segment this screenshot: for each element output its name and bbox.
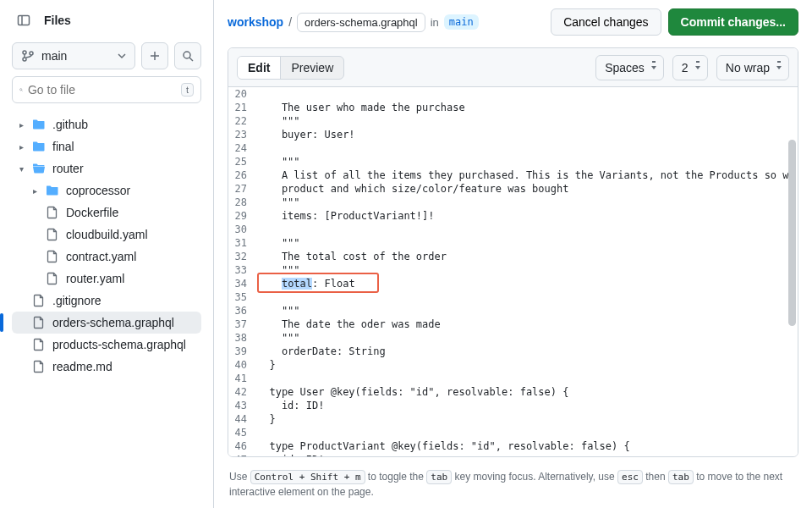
branch-icon [21, 49, 35, 63]
file-cloudbuild-yaml[interactable]: cloudbuild.yaml [12, 224, 201, 246]
chevron-icon: ▸ [15, 142, 27, 152]
code-line[interactable]: 21 The user who made the purchase [228, 101, 798, 114]
folder-final[interactable]: ▸final [12, 135, 201, 157]
folder-router[interactable]: ▾router [12, 157, 201, 179]
branch-badge: main [444, 14, 479, 30]
folder-icon [32, 118, 46, 131]
tab-preview[interactable]: Preview [281, 57, 343, 79]
line-number: 22 [228, 114, 257, 128]
kbd-hint: tab [426, 470, 452, 484]
tree-item-label: final [52, 140, 74, 153]
code-line[interactable]: 44 } [228, 412, 798, 426]
line-number: 31 [228, 236, 257, 250]
code-line[interactable]: 46 type ProductVariant @key(fields: "id"… [228, 439, 798, 453]
wrap-mode-select[interactable]: No wrap [716, 55, 789, 80]
kbd-hint: esc [617, 470, 643, 484]
code-text: product and which size/color/feature was… [257, 182, 798, 196]
indent-mode-select[interactable]: Spaces [595, 55, 664, 80]
file-icon [32, 338, 46, 351]
file-search-input[interactable]: t [12, 76, 201, 103]
code-text: """ [257, 304, 798, 318]
code-line[interactable]: 28 """ [228, 196, 798, 209]
file-router-yaml[interactable]: router.yaml [12, 268, 201, 290]
tree-item-label: .github [52, 118, 88, 131]
chevron-icon: ▸ [29, 186, 41, 196]
code-line[interactable]: 29 items: [ProductVariant!]! [228, 209, 798, 223]
code-line[interactable]: 27 product and which size/color/feature … [228, 182, 798, 196]
code-line[interactable]: 40 } [228, 358, 798, 372]
line-number: 26 [228, 168, 257, 182]
file-products-schema-graphql[interactable]: products-schema.graphql [12, 334, 201, 356]
code-text: } [257, 358, 798, 372]
code-line[interactable]: 47 id: ID! [228, 453, 798, 456]
line-number: 35 [228, 290, 257, 304]
code-text [257, 223, 798, 236]
code-line[interactable]: 45 [228, 426, 798, 439]
code-line[interactable]: 39 orderDate: String [228, 345, 798, 358]
collapse-sidebar-button[interactable] [12, 8, 36, 32]
line-number: 28 [228, 196, 257, 209]
file-dockerfile[interactable]: Dockerfile [12, 202, 201, 224]
code-text [257, 290, 798, 304]
folder-icon [32, 140, 46, 153]
file--gitignore[interactable]: .gitignore [12, 290, 201, 312]
line-number: 20 [228, 87, 257, 101]
code-line[interactable]: 20 [228, 87, 798, 101]
folder--github[interactable]: ▸.github [12, 113, 201, 135]
svg-line-8 [189, 58, 193, 61]
code-line[interactable]: 22 """ [228, 114, 798, 128]
svg-point-9 [20, 89, 22, 91]
svg-point-3 [23, 58, 26, 61]
indent-size-select[interactable]: 2 [672, 55, 708, 80]
code-text: """ [257, 114, 798, 128]
line-number: 43 [228, 399, 257, 412]
scrollbar[interactable] [788, 140, 796, 448]
code-text: type ProductVariant @key(fields: "id", r… [257, 439, 798, 453]
file-contract-yaml[interactable]: contract.yaml [12, 246, 201, 268]
code-text [257, 141, 798, 155]
search-field[interactable] [28, 83, 176, 97]
sidebar-icon [17, 14, 30, 27]
code-line[interactable]: 26 A list of all the items they purchase… [228, 168, 798, 182]
code-line[interactable]: 31 """ [228, 236, 798, 250]
code-line[interactable]: 33 """ [228, 263, 798, 277]
code-line[interactable]: 23 buyer: User! [228, 128, 798, 141]
code-line[interactable]: 30 [228, 223, 798, 236]
edit-preview-tabs: Edit Preview [237, 56, 344, 80]
file-readme-md[interactable]: readme.md [12, 356, 201, 378]
add-file-button[interactable] [141, 42, 168, 69]
keyboard-hint: Use Control + Shift + m to toggle the ta… [228, 466, 798, 509]
chevron-icon: ▸ [15, 120, 27, 130]
code-text: The total cost of the order [257, 250, 798, 263]
code-editor[interactable]: 2021 The user who made the purchase22 ""… [228, 87, 798, 456]
cancel-button[interactable]: Cancel changes [551, 8, 661, 36]
search-button[interactable] [174, 42, 201, 69]
code-line[interactable]: 43 id: ID! [228, 399, 798, 412]
file-icon [46, 250, 59, 263]
svg-point-4 [30, 52, 33, 55]
code-line[interactable]: 41 [228, 372, 798, 385]
commit-button[interactable]: Commit changes... [668, 8, 798, 36]
line-number: 23 [228, 128, 257, 141]
code-line[interactable]: 35 [228, 290, 798, 304]
code-line[interactable]: 37 The date the oder was made [228, 318, 798, 331]
file-icon [46, 272, 59, 285]
code-line[interactable]: 34 total: Float [228, 277, 798, 290]
tree-item-label: products-schema.graphql [52, 338, 186, 351]
file-orders-schema-graphql[interactable]: orders-schema.graphql [12, 312, 201, 334]
code-text: The date the oder was made [257, 318, 798, 331]
code-line[interactable]: 42 type User @key(fields: "id", resolvab… [228, 385, 798, 399]
code-line[interactable]: 32 The total cost of the order [228, 250, 798, 263]
code-line[interactable]: 24 [228, 141, 798, 155]
code-text: """ [257, 263, 798, 277]
code-line[interactable]: 25 """ [228, 155, 798, 168]
sidebar: Files main t ▸.github▸final▾router▸copro… [0, 0, 214, 508]
filename-input[interactable]: orders-schema.graphql [297, 13, 425, 32]
code-line[interactable]: 38 """ [228, 331, 798, 345]
tab-edit[interactable]: Edit [238, 57, 281, 79]
folder-coprocessor[interactable]: ▸coprocessor [12, 179, 201, 202]
code-line[interactable]: 36 """ [228, 304, 798, 318]
repo-link[interactable]: workshop [228, 15, 283, 29]
branch-selector[interactable]: main [12, 42, 135, 69]
folder-icon [32, 162, 46, 175]
